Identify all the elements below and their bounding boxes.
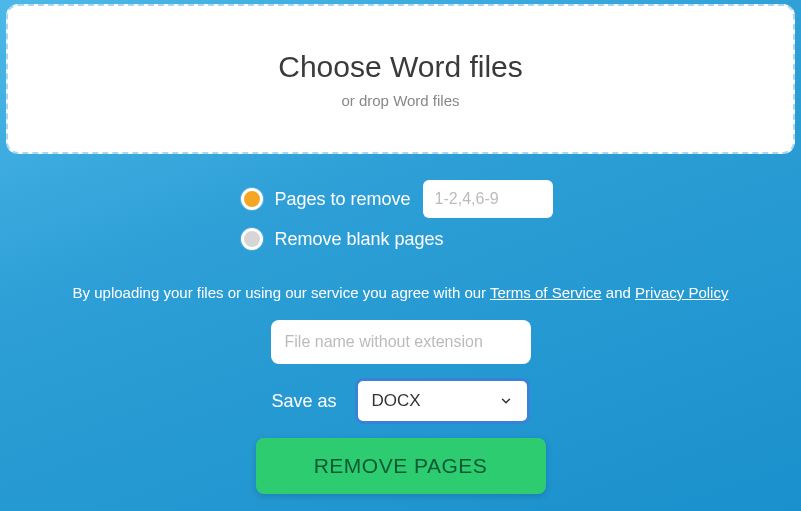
radio-remove-blank[interactable] — [241, 228, 263, 250]
filename-input[interactable] — [271, 320, 531, 364]
radio-pages-to-remove[interactable] — [241, 188, 263, 210]
chevron-down-icon — [499, 394, 513, 408]
file-dropzone[interactable]: Choose Word files or drop Word files — [6, 4, 795, 154]
form-area: Save as DOCX REMOVE PAGES — [0, 320, 801, 494]
terms-of-service-link[interactable]: Terms of Service — [490, 284, 602, 301]
privacy-policy-link[interactable]: Privacy Policy — [635, 284, 728, 301]
option-pages-to-remove: Pages to remove — [241, 180, 561, 218]
dropzone-title: Choose Word files — [278, 50, 523, 84]
remove-pages-button[interactable]: REMOVE PAGES — [256, 438, 546, 494]
saveas-row: Save as DOCX — [271, 378, 529, 424]
pages-range-input[interactable] — [423, 180, 553, 218]
dropzone-subtitle: or drop Word files — [341, 92, 459, 109]
terms-text: By uploading your files or using our ser… — [0, 284, 801, 301]
terms-and: and — [602, 284, 635, 301]
terms-prefix: By uploading your files or using our ser… — [73, 284, 490, 301]
format-select[interactable]: DOCX — [355, 378, 530, 424]
saveas-label: Save as — [271, 391, 336, 412]
option-label-pages[interactable]: Pages to remove — [275, 189, 411, 210]
format-selected-value: DOCX — [372, 391, 421, 411]
option-remove-blank: Remove blank pages — [241, 228, 561, 250]
options-group: Pages to remove Remove blank pages — [0, 180, 801, 250]
option-label-blank[interactable]: Remove blank pages — [275, 229, 444, 250]
